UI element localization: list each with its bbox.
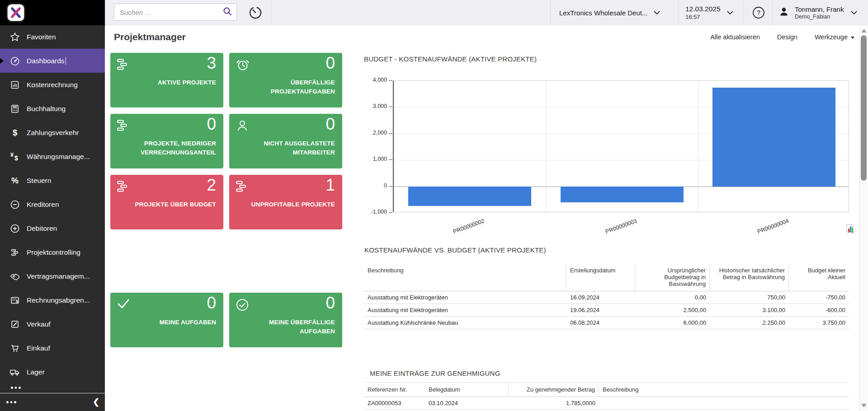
user-company: Demo_Fabian: [795, 14, 844, 20]
sidebar-item-label: Lager: [27, 368, 45, 376]
column-header[interactable]: Beschreibung: [599, 383, 849, 397]
app-logo[interactable]: [0, 0, 105, 25]
sidebar-item-verkauf[interactable]: Verkauf: [0, 312, 105, 336]
y-axis-tick: [389, 212, 392, 213]
svg-text:$: $: [16, 299, 19, 304]
sidebar-nav: Favoriten Dashboards Kostenrechnung: [0, 25, 105, 384]
column-header[interactable]: Beschreibung: [364, 263, 566, 291]
column-header[interactable]: Referenzen Nr.: [364, 383, 425, 397]
global-search: [114, 4, 237, 21]
column-header[interactable]: Belegdatum: [425, 383, 509, 397]
x-axis-label: PR00000004: [749, 215, 797, 238]
table-row[interactable]: Ausstattung mit Elektrogeräten 19.06.202…: [364, 304, 849, 317]
sidebar-item-lager[interactable]: Lager: [0, 360, 105, 384]
cell-tatsaechlich: 750,00: [710, 291, 789, 304]
tile-aktive-projekte[interactable]: 3 AKTIVE PROJEKTE: [110, 53, 223, 107]
sidebar-item-zahlungsverkehr[interactable]: $ Zahlungsverkehr: [0, 121, 105, 145]
table-row[interactable]: Ausstattung Kühlschränke Neubau 06.08.20…: [364, 317, 849, 329]
column-header[interactable]: Erstellungsdatum: [566, 263, 635, 291]
sidebar-item-overflow-partial[interactable]: [11, 387, 21, 389]
chart-bar-PR00000004[interactable]: [712, 88, 835, 187]
table-row[interactable]: Ausstattung mit Elektrogeräten 16.09.202…: [364, 291, 849, 304]
help-icon[interactable]: ?: [752, 6, 765, 19]
sidebar-item-dashboards[interactable]: Dashboards: [0, 49, 105, 73]
cell-erstellungsdatum: 06.08.2024: [566, 317, 635, 329]
sidebar-item-waehrungsmanagement[interactable]: ¥$ Währungsmanage...: [0, 145, 105, 168]
sidebar-item-label: Kreditoren: [27, 201, 59, 209]
vertical-scrollbar[interactable]: [859, 25, 868, 411]
tile-label: MEINE AUFGABEN: [123, 318, 216, 327]
calculator-icon: [9, 104, 21, 114]
scrollbar-thumb[interactable]: [861, 35, 867, 181]
column-header[interactable]: Zu genehmigender Betrag: [509, 383, 599, 397]
more-options-icon[interactable]: [6, 401, 16, 403]
search-icon[interactable]: [223, 7, 232, 18]
sidebar-item-debitoren[interactable]: Debitoren: [0, 216, 105, 240]
sidebar-item-rechnungsabgrenzung[interactable]: $ Rechnungsabgren...: [0, 288, 105, 312]
tile-value: 1: [326, 176, 335, 195]
y-axis-label: 2,000: [362, 130, 387, 136]
tile-value: 0: [207, 115, 216, 134]
tile-projekte-niedriger-verrechnungsanteil[interactable]: 0 PROJEKTE, NIEDRIGER VERRECHNUNGSANTEIL: [110, 114, 223, 168]
tile-label: UNPROFITABLE PROJEKTE: [242, 200, 335, 209]
sidebar-item-vertragsmanagement[interactable]: Vertragsmanagem...: [0, 264, 105, 288]
sidebar-item-projektcontrolling[interactable]: Projektcontrolling: [0, 240, 105, 264]
sidebar-item-favoriten[interactable]: Favoriten: [0, 25, 105, 49]
sidebar-item-steuern[interactable]: % Steuern: [0, 168, 105, 192]
company-selector[interactable]: LexTronics Wholesale Deut...: [559, 0, 660, 25]
tile-unprofitable-projekte[interactable]: 1 UNPROFITABLE PROJEKTE: [229, 175, 342, 229]
dollar-icon: $: [9, 128, 21, 138]
star-icon: [9, 32, 21, 42]
table-row[interactable]: ZA00000053 03.10.2024 1.785,0000: [364, 397, 849, 410]
table-title: MEINE EINTRÄGE ZUR GENEHMIGUNG: [370, 369, 500, 377]
calculator-dollar-icon: $: [9, 295, 21, 305]
tile-meine-ueberfaellige-aufgaben[interactable]: 0 MEINE ÜBERFÄLLIGE AUFGABEN: [229, 293, 342, 347]
tools-menu-button[interactable]: Werkzeuge: [815, 33, 854, 41]
alarm-clock-icon: [236, 58, 250, 74]
scroll-down-icon[interactable]: [861, 404, 867, 407]
tile-value: 0: [326, 294, 335, 313]
chart-bar-PR00000002[interactable]: [408, 187, 531, 206]
chart-bar-PR00000003[interactable]: [561, 187, 684, 202]
column-header[interactable]: Budget kleiner Aktuell: [789, 263, 849, 291]
chevron-down-icon: [851, 9, 857, 17]
work-time: 16:57: [685, 14, 721, 20]
sidebar-item-kreditoren[interactable]: Kreditoren: [0, 192, 105, 216]
gantt-icon: [9, 248, 21, 257]
tile-label: NICHT AUSGELASTETE MITARBEITER: [242, 139, 335, 157]
tile-value: 0: [326, 54, 335, 73]
scroll-up-icon[interactable]: [861, 29, 867, 33]
collapse-sidebar-icon[interactable]: ❮: [93, 397, 99, 407]
y-axis-label: 3,000: [362, 103, 387, 109]
sidebar-item-label: Einkauf: [27, 344, 50, 352]
design-button[interactable]: Design: [777, 33, 797, 41]
topbar: LexTronics Wholesale Deut... 12.03.2025 …: [105, 0, 868, 25]
y-axis-tick: [389, 80, 392, 81]
sidebar-item-label: Projektcontrolling: [27, 248, 80, 257]
table-header-row: Referenzen Nr. Belegdatum Zu genehmigend…: [364, 382, 849, 397]
main-content: Projektmanager Alle aktualisieren Design…: [105, 25, 859, 411]
sidebar-item-buchhaltung[interactable]: Buchhaltung: [0, 97, 105, 121]
work-date-selector[interactable]: 12.03.2025 16:57: [685, 0, 733, 25]
column-header[interactable]: Historischer tatsächlicher Betrag in Bas…: [710, 263, 789, 291]
cell-beschreibung: Ausstattung Kühlschränke Neubau: [364, 317, 566, 329]
tile-value: 3: [207, 54, 216, 73]
user-name: Tonmann, Frank: [795, 5, 844, 13]
chart-type-icon[interactable]: [846, 224, 855, 236]
tile-nicht-ausgelastete-mitarbeiter[interactable]: 0 NICHT AUSGELASTETE MITARBEITER: [229, 114, 342, 168]
sidebar-item-einkauf[interactable]: Einkauf: [0, 336, 105, 360]
sidebar-item-label: Zahlungsverkehr: [27, 129, 79, 137]
user-menu[interactable]: Tonmann, Frank Demo_Fabian: [778, 0, 857, 25]
tile-projekte-ueber-budget[interactable]: 2 PROJEKTE ÜBER BUDGET: [110, 175, 223, 229]
search-input[interactable]: [114, 9, 223, 16]
tile-meine-aufgaben[interactable]: 0 MEINE AUFGABEN: [110, 293, 223, 347]
gantt-icon: [117, 119, 131, 134]
gantt-icon: [117, 180, 131, 195]
refresh-all-button[interactable]: Alle aktualisieren: [710, 33, 760, 41]
app-root: Favoriten Dashboards Kostenrechnung: [0, 0, 868, 411]
recent-activity-icon[interactable]: [248, 5, 263, 20]
column-header[interactable]: Ursprünglicher Budgetbetrag in Basiswähr…: [635, 263, 710, 291]
y-axis-label: 4,000: [362, 77, 387, 83]
sidebar-item-kostenrechnung[interactable]: Kostenrechnung: [0, 73, 105, 97]
tile-ueberfaellige-projektaufgaben[interactable]: 0 ÜBERFÄLLIGE PROJEKTAUFGABEN: [229, 53, 342, 107]
